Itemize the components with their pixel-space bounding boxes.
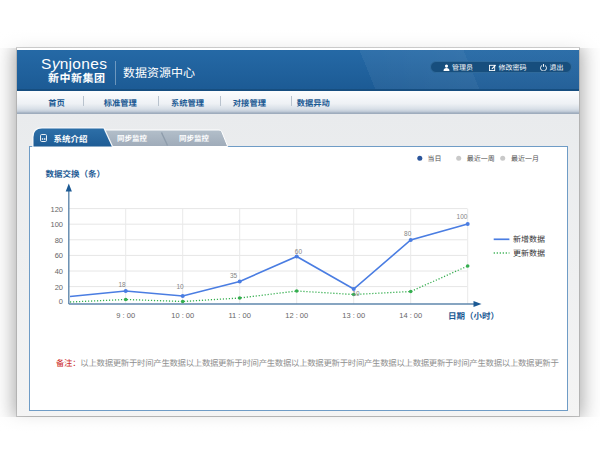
svg-text:80: 80 (404, 230, 412, 237)
svg-text:14 : 00: 14 : 00 (399, 311, 422, 320)
svg-text:9 : 00: 9 : 00 (116, 311, 135, 320)
svg-text:10: 10 (176, 283, 184, 290)
svg-text:10: 10 (352, 290, 360, 297)
svg-text:18: 18 (118, 281, 126, 288)
svg-text:120: 120 (50, 205, 63, 214)
svg-text:100: 100 (457, 213, 468, 220)
svg-text:最近一月: 最近一月 (511, 153, 539, 163)
svg-text:100: 100 (50, 220, 63, 229)
svg-text:同步监控: 同步监控 (179, 132, 209, 143)
svg-text:最近一周: 最近一周 (467, 153, 495, 163)
svg-text:13 : 00: 13 : 00 (342, 311, 365, 320)
svg-text:20: 20 (55, 283, 63, 292)
svg-text:0: 0 (59, 297, 63, 306)
svg-text:60: 60 (55, 251, 63, 260)
svg-text:数据交换（条）: 数据交换（条） (46, 167, 106, 179)
svg-text:11 : 00: 11 : 00 (229, 311, 251, 320)
svg-text:35: 35 (230, 272, 238, 279)
svg-text:当日: 当日 (428, 153, 442, 163)
svg-text:12 : 00: 12 : 00 (285, 311, 308, 320)
svg-text:新增数据: 新增数据 (513, 233, 545, 244)
svg-text:系统介绍: 系统介绍 (53, 132, 87, 144)
svg-text:日期（小时）: 日期（小时） (448, 309, 499, 321)
svg-text:40: 40 (55, 267, 63, 276)
svg-text:80: 80 (55, 236, 63, 245)
svg-text:更新数据: 更新数据 (513, 247, 545, 258)
svg-text:同步监控: 同步监控 (117, 132, 147, 143)
svg-text:60: 60 (295, 248, 303, 255)
svg-text:10 : 00: 10 : 00 (171, 311, 194, 320)
